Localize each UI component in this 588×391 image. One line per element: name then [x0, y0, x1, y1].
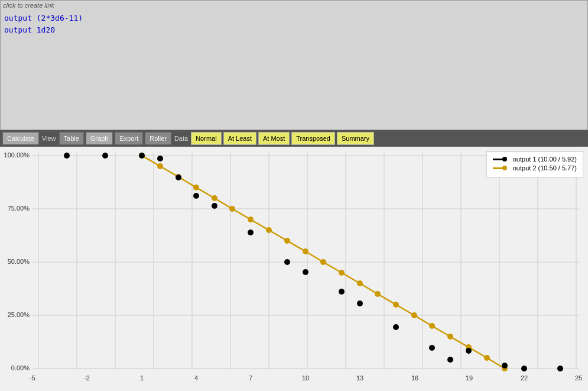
svg-text:1: 1: [140, 374, 144, 382]
svg-text:-2: -2: [84, 374, 90, 382]
svg-text:10: 10: [302, 374, 309, 382]
svg-point-55: [484, 355, 490, 361]
export-button[interactable]: Export: [115, 132, 143, 145]
svg-text:4: 4: [194, 374, 198, 382]
legend-output1-label: output 1 (10.00 / 5.92): [513, 156, 577, 163]
svg-point-70: [429, 345, 435, 351]
at-least-button[interactable]: At Least: [223, 132, 256, 145]
svg-point-68: [357, 300, 363, 306]
svg-text:13: 13: [356, 374, 363, 382]
svg-point-58: [102, 153, 108, 159]
top-area: click to create link output (2*3d6-11) o…: [0, 0, 588, 130]
svg-text:100.00%: 100.00%: [4, 151, 30, 159]
svg-point-73: [502, 363, 508, 369]
svg-point-40: [212, 195, 217, 201]
svg-point-74: [521, 366, 527, 371]
roller-button[interactable]: Roller: [145, 132, 171, 145]
svg-point-52: [429, 323, 435, 329]
chart-area: 100.00% 75.00% 50.00% 25.00% 0.00% -5 -2…: [0, 147, 588, 391]
graph-button[interactable]: Graph: [86, 132, 113, 145]
svg-text:75.00%: 75.00%: [8, 205, 30, 212]
legend-item-output1: output 1 (10.00 / 5.92): [493, 156, 577, 163]
svg-point-43: [266, 227, 272, 233]
svg-point-61: [176, 175, 181, 180]
svg-text:25: 25: [575, 374, 582, 382]
svg-point-69: [393, 324, 399, 330]
svg-text:0.00%: 0.00%: [11, 364, 30, 371]
data-label: Data: [173, 135, 189, 142]
toolbar: Calculate View Table Graph Export Roller…: [0, 130, 588, 147]
link-hint[interactable]: click to create link: [1, 1, 587, 10]
svg-point-71: [447, 357, 453, 363]
svg-point-49: [375, 291, 381, 297]
legend-output2-label: output 2 (10.50 / 5.77): [513, 164, 577, 172]
chart-svg: 100.00% 75.00% 50.00% 25.00% 0.00% -5 -2…: [0, 147, 588, 391]
svg-point-48: [357, 280, 363, 286]
svg-text:19: 19: [466, 374, 473, 382]
svg-point-53: [447, 334, 453, 340]
svg-point-75: [557, 366, 563, 371]
normal-button[interactable]: Normal: [191, 132, 221, 145]
svg-point-45: [303, 248, 308, 254]
svg-point-44: [284, 238, 290, 244]
svg-point-46: [320, 259, 326, 265]
transposed-button[interactable]: Transposed: [291, 132, 335, 145]
svg-point-67: [339, 289, 345, 295]
output-text: output (2*3d6-11) output 1d20: [1, 10, 587, 38]
svg-point-39: [193, 185, 199, 190]
svg-text:25.00%: 25.00%: [8, 311, 30, 318]
svg-point-37: [157, 163, 163, 169]
svg-point-59: [139, 153, 145, 159]
view-label: View: [41, 135, 57, 142]
svg-point-65: [284, 259, 290, 265]
svg-point-42: [248, 216, 254, 222]
svg-point-50: [393, 302, 399, 308]
summary-button[interactable]: Summary: [337, 132, 374, 145]
at-most-button[interactable]: At Most: [258, 132, 290, 145]
calculate-button[interactable]: Calculate: [2, 132, 39, 145]
table-button[interactable]: Table: [59, 132, 84, 145]
svg-point-51: [411, 312, 417, 318]
legend-item-output2: output 2 (10.50 / 5.77): [493, 164, 577, 172]
svg-point-62: [193, 193, 199, 199]
svg-point-64: [248, 230, 254, 235]
svg-text:-5: -5: [30, 374, 35, 382]
svg-text:22: 22: [521, 374, 528, 382]
svg-point-66: [303, 269, 308, 275]
output-line-1: output (2*3d6-11): [4, 12, 584, 24]
svg-text:16: 16: [411, 374, 418, 382]
svg-point-57: [64, 153, 70, 159]
svg-point-60: [157, 156, 163, 161]
legend: output 1 (10.00 / 5.92) output 2 (10.50 …: [486, 151, 583, 177]
svg-point-41: [229, 206, 235, 212]
svg-text:50.00%: 50.00%: [8, 258, 30, 265]
svg-point-47: [339, 270, 345, 276]
output-line-2: output 1d20: [4, 24, 584, 36]
svg-point-72: [466, 348, 472, 354]
svg-point-63: [212, 203, 217, 209]
svg-text:7: 7: [249, 374, 252, 382]
